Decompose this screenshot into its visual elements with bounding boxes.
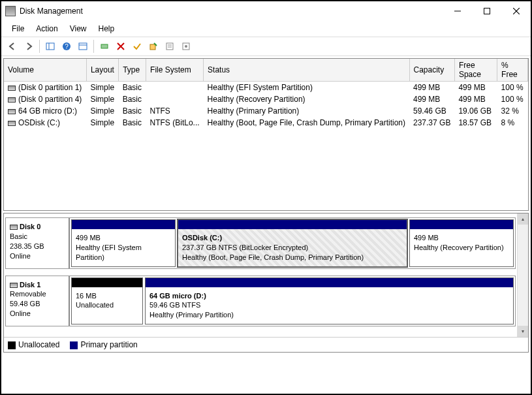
svg-rect-14 bbox=[166, 43, 173, 50]
refresh-button[interactable] bbox=[97, 39, 112, 54]
legend-swatch-black bbox=[8, 341, 16, 349]
forward-button[interactable] bbox=[22, 39, 36, 54]
volume-fs bbox=[146, 82, 204, 94]
volume-type: Basic bbox=[119, 82, 146, 94]
maximize-button[interactable] bbox=[472, 2, 501, 20]
volume-name: (Disk 0 partition 4) bbox=[18, 95, 82, 104]
disk-name: Disk 1 bbox=[20, 281, 40, 289]
volume-row[interactable]: (Disk 0 partition 1)SimpleBasicHealthy (… bbox=[4, 82, 528, 94]
minimize-button[interactable] bbox=[443, 2, 472, 20]
toolbar-separator bbox=[93, 40, 94, 53]
col-capacity[interactable]: Capacity bbox=[409, 59, 454, 82]
disk-header[interactable]: Disk 1Removable59.48 GBOnline bbox=[6, 276, 70, 326]
more-button[interactable] bbox=[179, 39, 193, 54]
col-filesystem[interactable]: File System bbox=[146, 59, 204, 82]
legend-swatch-navy bbox=[70, 341, 78, 349]
partition[interactable]: 499 MBHealthy (EFI System Partition) bbox=[71, 219, 176, 267]
volume-icon bbox=[8, 97, 16, 103]
volume-capacity: 59.46 GB bbox=[409, 105, 454, 117]
partition-line2: Unallocated bbox=[76, 300, 138, 310]
volume-fs: NTFS bbox=[146, 105, 204, 117]
settings-button[interactable] bbox=[76, 39, 90, 54]
col-type[interactable]: Type bbox=[119, 59, 146, 82]
partition-color-bar bbox=[146, 278, 513, 287]
disk-icon bbox=[10, 283, 18, 288]
partition-line1: 499 MB bbox=[414, 233, 509, 243]
disk-state: Online bbox=[10, 309, 65, 319]
volume-status: Healthy (Recovery Partition) bbox=[204, 93, 409, 105]
menu-help[interactable]: Help bbox=[93, 22, 121, 35]
svg-point-18 bbox=[185, 45, 187, 48]
volume-name: OSDisk (C:) bbox=[18, 118, 60, 127]
disk-row: Disk 0Basic238.35 GBOnline499 MBHealthy … bbox=[5, 217, 516, 269]
toolbar: ? bbox=[1, 37, 531, 56]
svg-rect-10 bbox=[101, 44, 108, 48]
legend-primary: Primary partition bbox=[70, 340, 137, 349]
partition[interactable]: 16 MBUnallocated bbox=[71, 277, 143, 325]
legend: Unallocated Primary partition bbox=[4, 337, 528, 352]
partition-title: OSDisk (C:) bbox=[182, 234, 222, 242]
partition[interactable]: OSDisk (C:)237.37 GB NTFS (BitLocker Enc… bbox=[178, 219, 407, 267]
volume-layout: Simple bbox=[86, 93, 118, 105]
svg-rect-1 bbox=[484, 8, 490, 14]
volume-pct: 100 % bbox=[497, 82, 528, 94]
volume-capacity: 499 MB bbox=[409, 82, 454, 94]
volume-free: 18.57 GB bbox=[454, 117, 497, 129]
disk-graphical-panel: Disk 0Basic238.35 GBOnline499 MBHealthy … bbox=[3, 213, 529, 353]
menu-view[interactable]: View bbox=[65, 22, 93, 35]
properties-button[interactable] bbox=[163, 39, 177, 54]
app-icon bbox=[5, 6, 16, 16]
menu-action[interactable]: Action bbox=[31, 22, 64, 35]
volume-row[interactable]: (Disk 0 partition 4)SimpleBasicHealthy (… bbox=[4, 93, 528, 105]
volume-status: Healthy (EFI System Partition) bbox=[204, 82, 409, 94]
disk-type: Removable bbox=[10, 289, 65, 299]
volume-status: Healthy (Boot, Page File, Crash Dump, Pr… bbox=[204, 117, 409, 129]
volume-type: Basic bbox=[119, 105, 146, 117]
partition-line1: 237.37 GB NTFS (BitLocker Encrypted) bbox=[182, 243, 403, 253]
svg-rect-8 bbox=[79, 43, 87, 50]
disk-header[interactable]: Disk 0Basic238.35 GBOnline bbox=[6, 218, 70, 268]
volume-status: Healthy (Primary Partition) bbox=[204, 105, 409, 117]
action-button[interactable] bbox=[146, 39, 161, 54]
vertical-scrollbar[interactable]: ▴ ▾ bbox=[517, 213, 528, 337]
volume-row[interactable]: 64 GB micro (D:)SimpleBasicNTFSHealthy (… bbox=[4, 105, 528, 117]
volume-capacity: 499 MB bbox=[409, 93, 454, 105]
volume-free: 499 MB bbox=[454, 82, 497, 94]
volume-icon bbox=[8, 109, 16, 114]
volume-icon bbox=[8, 121, 16, 126]
volume-list[interactable]: Volume Layout Type File System Status Ca… bbox=[3, 58, 529, 211]
partition[interactable]: 499 MBHealthy (Recovery Partition) bbox=[409, 219, 514, 267]
back-button[interactable] bbox=[5, 39, 20, 54]
legend-primary-label: Primary partition bbox=[80, 340, 137, 349]
partition-title: 64 GB micro (D:) bbox=[149, 292, 206, 300]
volume-free: 499 MB bbox=[454, 93, 497, 105]
volume-row[interactable]: OSDisk (C:)SimpleBasicNTFS (BitLo...Heal… bbox=[4, 117, 528, 129]
partition-line1: 59.46 GB NTFS bbox=[149, 300, 509, 310]
volume-fs: NTFS (BitLo... bbox=[146, 117, 204, 129]
scroll-up-icon[interactable]: ▴ bbox=[518, 213, 528, 225]
scroll-down-icon[interactable]: ▾ bbox=[518, 326, 528, 337]
col-layout[interactable]: Layout bbox=[86, 59, 118, 82]
partition-color-bar bbox=[72, 278, 142, 287]
menu-file[interactable]: File bbox=[7, 22, 31, 35]
disk-icon bbox=[10, 225, 18, 230]
volume-name: (Disk 0 partition 1) bbox=[18, 83, 82, 92]
close-button[interactable] bbox=[501, 2, 531, 20]
partition[interactable]: 64 GB micro (D:)59.46 GB NTFSHealthy (Pr… bbox=[145, 277, 514, 325]
svg-rect-13 bbox=[150, 44, 155, 50]
delete-button[interactable] bbox=[114, 39, 128, 54]
col-volume[interactable]: Volume bbox=[4, 59, 86, 82]
toolbar-separator bbox=[39, 40, 40, 53]
titlebar: Disk Management bbox=[1, 1, 531, 21]
volume-type: Basic bbox=[119, 117, 146, 129]
partition-line2: Healthy (Recovery Partition) bbox=[414, 243, 509, 253]
col-freespace[interactable]: Free Space bbox=[454, 59, 497, 82]
volume-layout: Simple bbox=[86, 117, 118, 129]
show-hide-tree-button[interactable] bbox=[43, 39, 57, 54]
partition-line2: Healthy (Boot, Page File, Crash Dump, Pr… bbox=[182, 253, 403, 262]
col-status[interactable]: Status bbox=[204, 59, 409, 82]
help-button[interactable]: ? bbox=[59, 39, 74, 54]
col-pctfree[interactable]: % Free bbox=[497, 59, 528, 82]
volume-type: Basic bbox=[119, 93, 146, 105]
check-button[interactable] bbox=[130, 39, 144, 54]
